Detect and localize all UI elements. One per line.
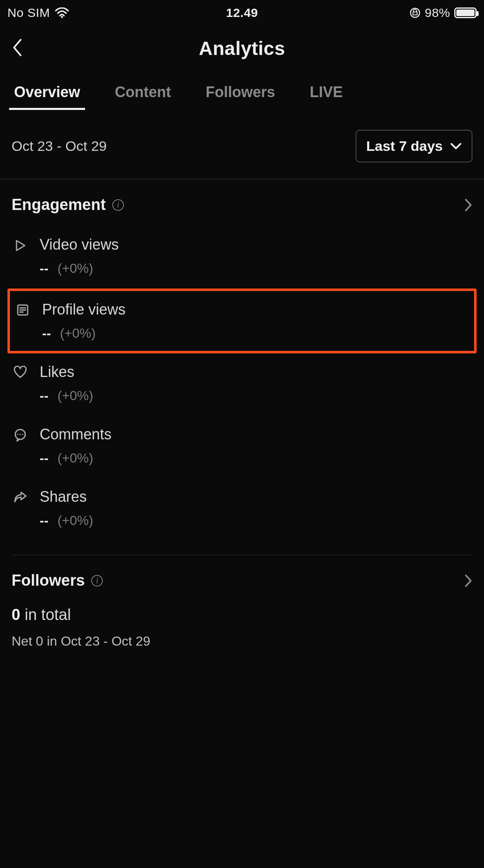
rotation-lock-icon xyxy=(410,7,420,18)
engagement-title: Engagement xyxy=(12,196,106,214)
metric-delta: (+0%) xyxy=(57,261,93,276)
metric-label: Comments xyxy=(40,426,112,443)
tab-live[interactable]: LIVE xyxy=(307,76,345,110)
heart-icon xyxy=(13,366,27,379)
followers-total-value: 0 xyxy=(12,606,20,623)
comment-icon xyxy=(13,428,27,442)
engagement-header[interactable]: Engagement i xyxy=(12,196,472,214)
metric-delta: (+0%) xyxy=(57,388,93,403)
svg-point-0 xyxy=(61,16,63,18)
metric-delta: (+0%) xyxy=(57,451,93,466)
filter-row: Oct 23 - Oct 29 Last 7 days xyxy=(0,110,484,179)
back-button[interactable] xyxy=(12,38,24,57)
chevron-down-icon xyxy=(450,143,462,150)
metric-profile-views[interactable]: Profile views -- (+0%) xyxy=(14,299,470,341)
svg-point-5 xyxy=(19,434,21,435)
metric-value: -- xyxy=(40,513,48,528)
followers-net-line: Net 0 in Oct 23 - Oct 29 xyxy=(12,634,472,649)
highlight-box: Profile views -- (+0%) xyxy=(7,289,477,353)
share-icon xyxy=(13,491,27,504)
date-range-dropdown[interactable]: Last 7 days xyxy=(356,130,472,162)
followers-section: Followers i xyxy=(0,555,484,589)
tab-followers[interactable]: Followers xyxy=(203,76,278,110)
date-range-value: Last 7 days xyxy=(366,138,443,154)
metric-likes[interactable]: Likes -- (+0%) xyxy=(12,353,472,416)
top-nav: Analytics xyxy=(0,24,484,76)
metric-value: -- xyxy=(40,261,48,276)
battery-percent: 98% xyxy=(425,6,450,20)
status-left: No SIM xyxy=(7,6,69,20)
metric-value: -- xyxy=(42,326,51,341)
metric-comments[interactable]: Comments -- (+0%) xyxy=(12,416,472,478)
tabs: Overview Content Followers LIVE xyxy=(0,76,484,110)
profile-doc-icon xyxy=(16,303,29,317)
metric-delta: (+0%) xyxy=(60,326,95,341)
clock: 12.49 xyxy=(226,6,258,20)
followers-total-suffix: in total xyxy=(20,606,71,623)
tab-content[interactable]: Content xyxy=(112,76,173,110)
status-bar: No SIM 12.49 98% xyxy=(0,0,484,24)
metric-shares[interactable]: Shares -- (+0%) xyxy=(12,478,472,541)
svg-point-4 xyxy=(17,434,18,435)
metric-label: Video views xyxy=(40,236,119,253)
chevron-right-icon xyxy=(464,574,472,588)
metric-value: -- xyxy=(40,388,48,403)
tab-overview[interactable]: Overview xyxy=(12,76,83,110)
svg-point-6 xyxy=(22,434,23,435)
play-icon xyxy=(13,238,27,253)
battery-icon xyxy=(454,7,477,18)
page-title: Analytics xyxy=(199,37,285,60)
followers-title: Followers xyxy=(12,572,85,589)
metric-label: Likes xyxy=(40,363,93,381)
metric-label: Profile views xyxy=(42,301,126,318)
metric-value: -- xyxy=(40,451,48,466)
followers-header[interactable]: Followers i xyxy=(12,572,472,589)
engagement-metrics: Video views -- (+0%) Profile views xyxy=(12,214,472,541)
date-range-label: Oct 23 - Oct 29 xyxy=(12,138,107,154)
metric-delta: (+0%) xyxy=(57,513,93,528)
status-right: 98% xyxy=(410,6,477,20)
wifi-icon xyxy=(55,7,69,18)
info-icon[interactable]: i xyxy=(91,575,103,587)
followers-total: 0 in total xyxy=(12,606,472,624)
chevron-right-icon xyxy=(464,198,472,212)
engagement-section: Engagement i Video views -- (+0%) xyxy=(0,179,484,541)
metric-video-views[interactable]: Video views -- (+0%) xyxy=(12,226,472,289)
carrier-label: No SIM xyxy=(7,6,50,20)
followers-summary: 0 in total Net 0 in Oct 23 - Oct 29 xyxy=(0,589,484,649)
metric-label: Shares xyxy=(40,488,93,506)
info-icon[interactable]: i xyxy=(112,199,124,211)
